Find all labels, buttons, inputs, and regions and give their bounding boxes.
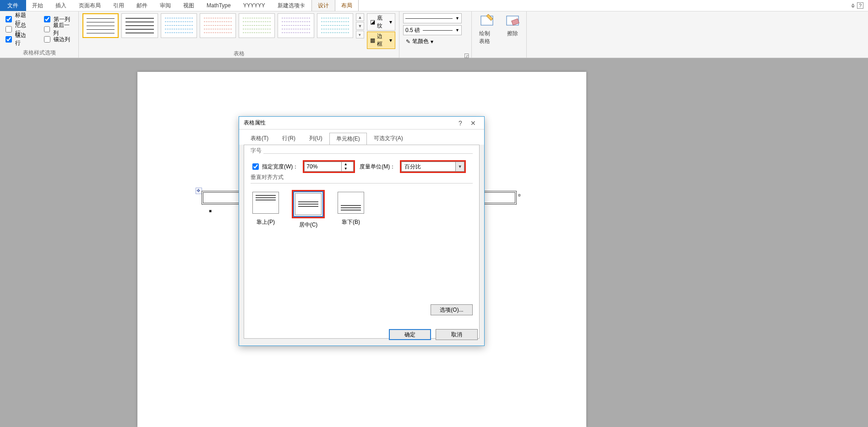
tab-mail[interactable]: 邮件 xyxy=(131,0,154,11)
cancel-button[interactable]: 取消 xyxy=(436,329,478,340)
draw-table-button[interactable]: 绘制表格 xyxy=(475,13,498,45)
check-preferred-width[interactable]: 指定宽度(W)： xyxy=(251,162,298,172)
tab-design[interactable]: 设计 xyxy=(311,0,335,11)
measure-unit-value: 百分比 xyxy=(402,162,456,171)
preferred-width-label: 指定宽度(W)： xyxy=(262,163,298,171)
tab-table[interactable]: 表格(T) xyxy=(244,132,275,145)
style-thumb-7[interactable] xyxy=(317,13,353,38)
valign-bottom-label: 靠下(B) xyxy=(342,218,360,226)
pen-icon: ✎ xyxy=(406,38,410,45)
chevron-down-icon: ▼ xyxy=(455,28,459,32)
tab-row[interactable]: 行(R) xyxy=(275,132,302,145)
dialog-title: 表格属性 xyxy=(244,119,266,127)
line-style-combo[interactable]: ▼ xyxy=(403,13,462,23)
valign-center-label: 居中(C) xyxy=(299,221,318,229)
gallery-scroll-up-icon[interactable]: ▲ xyxy=(356,13,364,21)
valign-center-option[interactable]: 居中(C) xyxy=(292,190,325,229)
chevron-down-icon: ▾ xyxy=(389,37,392,43)
tab-alt-text[interactable]: 可选文字(A) xyxy=(367,132,410,145)
tab-view[interactable]: 视图 xyxy=(177,0,201,11)
table-properties-dialog: 表格属性 ? ✕ 表格(T) 行(R) 列(U) 单元格(E) 可选文字(A) … xyxy=(239,116,485,346)
tab-mathtype[interactable]: MathType xyxy=(201,0,237,11)
chevron-down-icon[interactable]: ▼ xyxy=(456,164,464,169)
table-move-handle-icon[interactable] xyxy=(196,188,202,194)
ok-button[interactable]: 确定 xyxy=(389,329,431,340)
measure-unit-label: 度量单位(M)： xyxy=(360,163,395,171)
label-banded-row: 镶边行 xyxy=(15,32,31,47)
size-fieldset-label: 字号 xyxy=(249,147,263,155)
dialog-panel: 字号 指定宽度(W)： ▲▼ 度量单位(M)： 百分比 ▼ xyxy=(244,145,480,339)
group-label-styles: 表格 xyxy=(82,49,395,58)
preferred-width-value[interactable] xyxy=(305,163,341,170)
collapse-ribbon-icon[interactable]: ۵ xyxy=(852,2,854,9)
spin-down-icon[interactable]: ▼ xyxy=(342,167,349,171)
label-banded-col: 镶边列 xyxy=(54,36,70,43)
check-last-col[interactable]: 最后一列 xyxy=(42,24,75,34)
gallery-more-icon[interactable]: ▾ xyxy=(356,31,364,38)
tab-cell[interactable]: 单元格(E) xyxy=(329,133,367,145)
tab-file[interactable]: 文件 xyxy=(0,0,26,11)
dialog-titlebar[interactable]: 表格属性 ? ✕ xyxy=(239,117,484,130)
menu-tabs: 文件 开始 插入 页面布局 引用 邮件 审阅 视图 MathType YYYYY… xyxy=(0,0,868,11)
shading-button[interactable]: ◪底纹 ▾ xyxy=(367,13,395,31)
tab-home[interactable]: 开始 xyxy=(26,0,49,11)
gallery-scroll-down-icon[interactable]: ▼ xyxy=(356,22,364,30)
tab-review[interactable]: 审阅 xyxy=(154,0,177,11)
eraser-icon xyxy=(505,13,520,29)
eraser-button[interactable]: 擦除 xyxy=(501,13,524,38)
tab-table-layout[interactable]: 布局 xyxy=(335,0,359,11)
work-area: ¤ ■ 表格属性 ? ✕ 表格(T) 行(R) 列(U) 单元格(E) 可选文字… xyxy=(0,58,868,427)
shading-label: 底纹 xyxy=(377,14,388,30)
borders-button[interactable]: ▦边框 ▾ xyxy=(367,32,395,49)
line-weight-combo[interactable]: 0.5 磅▼ xyxy=(403,25,462,35)
chevron-down-icon: ▼ xyxy=(455,16,459,21)
style-thumb-2[interactable] xyxy=(121,13,158,38)
style-thumb-1[interactable] xyxy=(82,13,119,38)
draw-table-label: 绘制表格 xyxy=(479,30,495,45)
bucket-icon: ◪ xyxy=(370,19,375,25)
measure-unit-highlight: 百分比 ▼ xyxy=(400,160,466,173)
tab-insert[interactable]: 插入 xyxy=(49,0,73,11)
ribbon: 标题行 汇总行 镶边行 第一列 最后一列 镶边列 表格样式选项 xyxy=(0,11,868,58)
tab-references[interactable]: 引用 xyxy=(107,0,131,11)
paragraph-mark: ■ xyxy=(209,208,212,213)
dialog-tabs: 表格(T) 行(R) 列(U) 单元格(E) 可选文字(A) xyxy=(239,130,484,145)
preferred-width-highlight: ▲▼ xyxy=(303,160,355,173)
chevron-down-icon: ▾ xyxy=(389,19,392,25)
tab-page-layout[interactable]: 页面布局 xyxy=(73,0,107,11)
check-banded-col[interactable]: 镶边列 xyxy=(42,34,75,44)
eraser-label: 擦除 xyxy=(507,30,518,38)
valign-top-label: 靠上(P) xyxy=(257,218,275,226)
style-thumb-4[interactable] xyxy=(200,13,236,38)
tab-newtab[interactable]: 新建选项卡 xyxy=(272,0,311,11)
valign-bottom-option[interactable]: 靠下(B) xyxy=(336,190,366,229)
dialog-launcher-icon[interactable]: ◲ xyxy=(464,52,469,57)
style-thumb-6[interactable] xyxy=(278,13,314,38)
measure-unit-combo[interactable]: 百分比 ▼ xyxy=(401,162,464,172)
table-styles-gallery[interactable]: ▲ ▼ ▾ ◪底纹 ▾ ▦边框 ▾ xyxy=(82,13,395,49)
tab-yyyyyy[interactable]: YYYYYY xyxy=(237,0,272,11)
style-thumb-3[interactable] xyxy=(161,13,197,38)
check-banded-row[interactable]: 镶边行 xyxy=(4,34,31,44)
borders-label: 边框 xyxy=(377,32,388,48)
valign-top-option[interactable]: 靠上(P) xyxy=(251,190,281,229)
dialog-help-button[interactable]: ? xyxy=(454,119,467,127)
label-last-col: 最后一列 xyxy=(53,22,75,37)
draw-table-icon xyxy=(479,13,495,29)
help-icon[interactable]: ? xyxy=(857,2,863,9)
dialog-close-button[interactable]: ✕ xyxy=(467,119,480,127)
pen-color-button[interactable]: ✎笔颜色 ▾ xyxy=(403,37,436,46)
chevron-down-icon: ▾ xyxy=(431,38,433,45)
line-weight-value: 0.5 磅 xyxy=(405,27,420,34)
preferred-width-input[interactable]: ▲▼ xyxy=(304,162,354,172)
style-thumb-5[interactable] xyxy=(239,13,275,38)
spin-up-icon[interactable]: ▲ xyxy=(342,162,349,167)
tab-column[interactable]: 列(U) xyxy=(302,132,329,145)
valign-fieldset-label: 垂直对齐方式 xyxy=(249,173,285,181)
options-button[interactable]: 选项(O)... xyxy=(431,304,473,315)
group-label-style-options: 表格样式选项 xyxy=(4,48,75,57)
border-icon: ▦ xyxy=(370,37,375,43)
cell-end-marker: ¤ xyxy=(518,193,521,198)
group-label-borders: ◲ xyxy=(403,49,468,57)
pen-color-label: 笔颜色 xyxy=(412,38,429,45)
